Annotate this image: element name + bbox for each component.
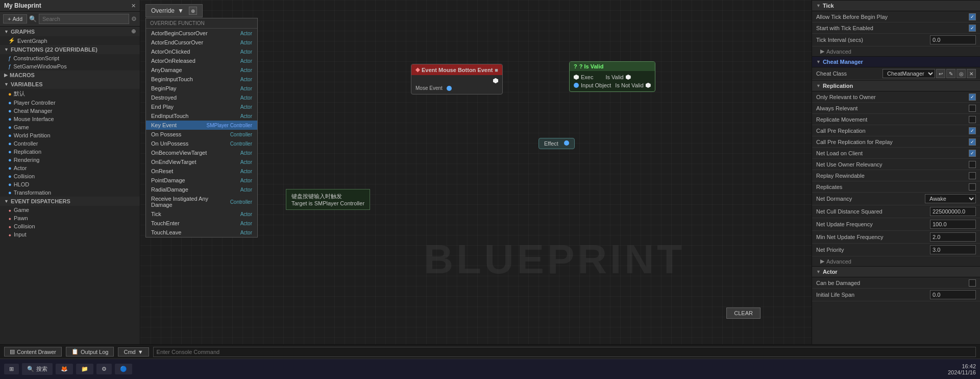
find-icon-btn[interactable]: ◎ — [957, 69, 966, 78]
tickinterval-input[interactable] — [930, 35, 976, 44]
section-macros[interactable]: ▶ MACROS — [0, 70, 140, 80]
add-override-icon[interactable]: ⊕ — [189, 7, 197, 15]
sidebar-item-mouseinterface[interactable]: ● Mouse Interface — [0, 115, 140, 123]
sidebar-item-playercontroller[interactable]: ● Player Controller — [0, 99, 140, 107]
dropdown-item-actoronclicked[interactable]: ActorOnClicked Actor — [146, 47, 257, 56]
section-cheatmanager[interactable]: ▼ Cheat Manager — [812, 56, 980, 67]
netculldistancesquared-input[interactable] — [930, 207, 976, 216]
dropdown-item-endplay[interactable]: End Play Actor — [146, 102, 257, 111]
windows-start-button[interactable]: ⊞ — [4, 364, 19, 374]
replicatemovement-checkbox[interactable] — [969, 116, 976, 123]
sidebar-item-controller[interactable]: ● Controller — [0, 139, 140, 148]
console-input[interactable] — [153, 347, 976, 357]
event-mouse-botton-node[interactable]: ◆ Event Mouse Botton Event ■ Mose Event — [411, 64, 503, 94]
dropdown-item-onendviewtarget[interactable]: OnEndViewTarget Actor — [146, 157, 257, 167]
sidebar-item-cheatmanager[interactable]: ● Cheat Manager — [0, 107, 140, 115]
sidebar-item-pawn[interactable]: ⬥ Pawn — [0, 214, 140, 222]
minnetupdatefrequency-input[interactable] — [930, 232, 976, 242]
search-button[interactable]: 🔍 搜索 — [22, 363, 53, 375]
taskbar-ue5[interactable]: 🔵 — [115, 364, 132, 374]
onlyrelevant-checkbox[interactable] — [969, 93, 976, 101]
cmd-button[interactable]: Cmd ▼ — [118, 347, 149, 357]
sidebar-item-actor[interactable]: ● Actor — [0, 164, 140, 172]
clear-icon-btn[interactable]: ✕ — [967, 69, 976, 78]
section-functions[interactable]: ▼ FUNCTIONS (22 OVERRIDABLE) — [0, 45, 140, 54]
dropdown-item-destroyed[interactable]: Destroyed Actor — [146, 93, 257, 102]
dropdown-item-onpossess[interactable]: On Possess Controller — [146, 130, 257, 139]
sidebar-item-worldpartition[interactable]: ● World Partition — [0, 131, 140, 139]
add-button[interactable]: + Add — [3, 14, 27, 23]
canbedamaged-checkbox[interactable] — [969, 279, 976, 287]
section-eventdispatchers[interactable]: ▼ EVENT DISPATCHERS — [0, 197, 140, 206]
sidebar-item-collision2[interactable]: ⬥ Collision — [0, 222, 140, 230]
taskbar-app2[interactable]: 📁 — [76, 364, 93, 374]
sidebar-item-eventgraph[interactable]: ⚡ EventGraph — [0, 36, 140, 45]
settings-icon[interactable]: ⚙ — [131, 15, 137, 22]
close-icon[interactable]: ✕ — [131, 3, 136, 9]
replicates-checkbox[interactable] — [969, 183, 976, 191]
add-graph-icon[interactable]: ⊕ — [131, 28, 136, 35]
allowtick-checkbox[interactable] — [969, 13, 976, 20]
sidebar-item-input[interactable]: ⬥ Input — [0, 230, 140, 239]
dropdown-item-pointdamage[interactable]: PointDamage Actor — [146, 176, 257, 185]
browse-icon-btn[interactable]: ↩ — [936, 69, 945, 78]
sidebar-item-setgamewindowpos[interactable]: ƒ SetGameWindowPos — [0, 62, 140, 70]
edit-icon-btn[interactable]: ✎ — [946, 69, 955, 78]
dropdown-item-anydamage[interactable]: AnyDamage Actor — [146, 65, 257, 75]
netupdatefrequency-input[interactable] — [930, 220, 976, 229]
section-actor[interactable]: ▼ Actor — [812, 266, 980, 277]
dropdown-item-tick[interactable]: Tick Actor — [146, 209, 257, 219]
dropdown-item-begininputtouch[interactable]: BeginInputTouch Actor — [146, 75, 257, 84]
netdormancy-select[interactable]: Awake — [925, 194, 976, 203]
content-drawer-button[interactable]: ▤ Content Drawer — [4, 347, 62, 357]
dropdown-item-touchenter[interactable]: TouchEnter Actor — [146, 219, 257, 228]
section-variables[interactable]: ▼ VARIABLES — [0, 80, 140, 89]
section-graphs[interactable]: ▼ GRAPHS ⊕ — [0, 27, 140, 36]
taskbar-app3[interactable]: ⚙ — [96, 364, 112, 374]
sidebar-item-hlod[interactable]: ● HLOD — [0, 180, 140, 188]
replayrewindable-checkbox[interactable] — [969, 172, 976, 179]
blueprint-canvas[interactable]: BLUEPRINT — [140, 0, 812, 344]
sidebar-item-game[interactable]: ● Game — [0, 123, 140, 131]
initiallifespan-input[interactable] — [930, 290, 976, 299]
section-replication[interactable]: ▼ Replication — [812, 80, 980, 91]
cheatclass-select[interactable]: CheatManager — [883, 69, 935, 78]
netloadonclient-checkbox[interactable] — [969, 150, 976, 157]
dropdown-item-actoronreleased[interactable]: ActorOnReleased Actor — [146, 56, 257, 65]
dropdown-item-radialdamage[interactable]: RadialDamage Actor — [146, 185, 257, 194]
sidebar-item-rendering[interactable]: ● Rendering — [0, 156, 140, 164]
clear-button[interactable]: CLEAR — [726, 307, 761, 319]
sidebar-item-constructionscript[interactable]: ƒ ConstructionScript — [0, 54, 140, 62]
node-close-icon[interactable]: ■ — [495, 67, 498, 73]
output-log-button[interactable]: 📋 Output Log — [66, 347, 114, 357]
effect-node[interactable]: Effect — [538, 138, 575, 149]
sidebar-item-collision[interactable]: ● Collision — [0, 172, 140, 180]
section-advanced2[interactable]: ▶ Advanced — [812, 256, 980, 266]
taskbar-app1[interactable]: 🦊 — [56, 364, 73, 374]
dropdown-item-onreset[interactable]: OnReset Actor — [146, 167, 257, 176]
dropdown-item-actorendcursorover[interactable]: ActorEndCursorOver Actor — [146, 38, 257, 47]
netpriority-input[interactable] — [930, 245, 976, 254]
dropdown-item-receiveinstigatedanydamage[interactable]: Receive Instigated Any Damage Controller — [146, 194, 257, 209]
sidebar-item-morenzhi[interactable]: ● 默认 — [0, 89, 140, 99]
dropdown-item-onbecomeviewtarget[interactable]: OnBecomeViewTarget Actor — [146, 148, 257, 157]
override-button[interactable]: Override ▼ ⊕ — [145, 4, 203, 17]
callprereplication-checkbox[interactable] — [969, 127, 976, 134]
search-input[interactable] — [39, 14, 129, 24]
dropdown-item-beginplay[interactable]: BeginPlay Actor — [146, 84, 257, 93]
dropdown-item-keyevent[interactable]: Key Event SMPlayer Controller — [146, 121, 257, 130]
dropdown-item-touchleave[interactable]: TouchLeave Actor — [146, 228, 257, 237]
is-valid-node[interactable]: ? ? Is Valid Exec Is Valid Input Object … — [569, 61, 655, 92]
dropdown-item-endinputtouch[interactable]: EndInputTouch Actor — [146, 111, 257, 121]
netuseownerrelevancy-checkbox[interactable] — [969, 161, 976, 168]
section-advanced1[interactable]: ▶ Advanced — [812, 46, 980, 56]
callprereplicationreplay-checkbox[interactable] — [969, 138, 976, 146]
startwithtick-checkbox[interactable] — [969, 25, 976, 32]
alwaysrelevant-checkbox[interactable] — [969, 105, 976, 112]
sidebar-item-replication[interactable]: ● Replication — [0, 148, 140, 156]
dropdown-item-onunpossess[interactable]: On UnPossess Controller — [146, 139, 257, 148]
section-tick[interactable]: ▼ Tick — [812, 0, 980, 11]
sidebar-item-transformation[interactable]: ● Transformation — [0, 188, 140, 197]
sidebar-item-game2[interactable]: ⬥ Game — [0, 206, 140, 214]
dropdown-item-actorbegincursorover[interactable]: ActorBeginCursorOver Actor — [146, 29, 257, 38]
